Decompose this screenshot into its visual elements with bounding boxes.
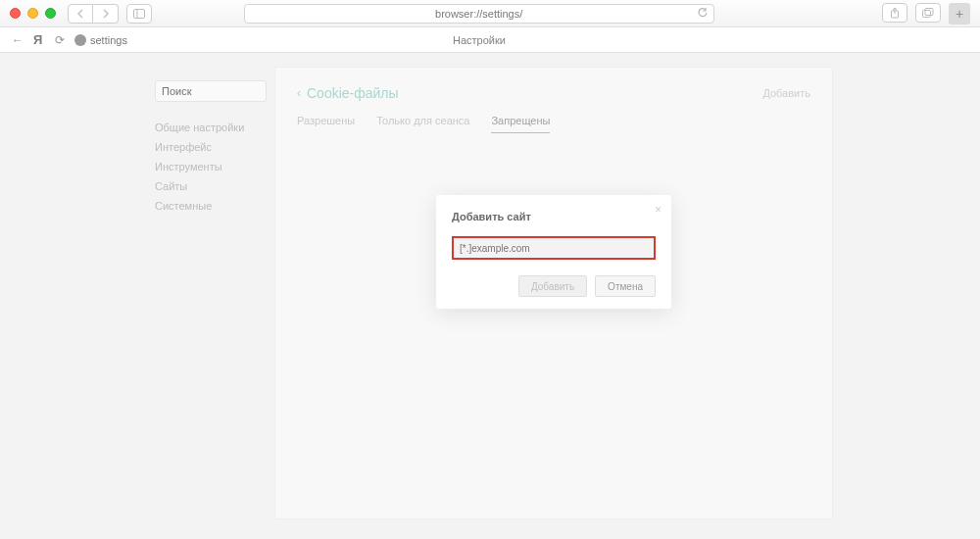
chrome-right-controls: + — [882, 3, 970, 24]
svg-rect-4 — [925, 8, 933, 15]
plus-icon: + — [956, 6, 963, 22]
maximize-window-icon[interactable] — [45, 8, 56, 19]
settings-body: Общие настройки Интерфейс Инструменты Са… — [0, 53, 980, 539]
url-text: browser://settings/ — [435, 8, 522, 20]
modal-overlay: × Добавить сайт Добавить Отмена — [275, 68, 832, 518]
traffic-lights — [10, 8, 56, 19]
svg-rect-3 — [922, 10, 930, 17]
history-nav-group — [68, 4, 119, 24]
settings-sidebar: Общие настройки Интерфейс Инструменты Са… — [147, 53, 274, 539]
history-forward-button[interactable] — [93, 4, 119, 24]
sidebar-search-input[interactable] — [155, 80, 267, 102]
modal-close-button[interactable]: × — [655, 203, 662, 217]
browser-toolbar-left: ← ⟳ settings — [12, 32, 127, 48]
gear-icon — [74, 34, 86, 46]
browser-toolbar: ← ⟳ settings Настройки — [0, 27, 980, 53]
modal-cancel-button[interactable]: Отмена — [595, 275, 656, 297]
settings-chip-label: settings — [90, 34, 127, 46]
page-title: Настройки — [127, 34, 831, 46]
new-tab-button[interactable]: + — [949, 3, 970, 24]
window-chrome: browser://settings/ + — [0, 0, 980, 27]
yandex-logo-icon[interactable] — [33, 32, 45, 48]
site-url-input[interactable] — [452, 236, 656, 260]
sidebar-item-system[interactable]: Системные — [155, 196, 267, 216]
reload-page-icon[interactable]: ⟳ — [55, 33, 65, 47]
tabs-button[interactable] — [915, 3, 941, 23]
close-window-icon[interactable] — [10, 8, 21, 19]
add-site-modal: × Добавить сайт Добавить Отмена — [436, 195, 671, 309]
sidebar-item-general[interactable]: Общие настройки — [155, 118, 267, 137]
modal-title: Добавить сайт — [452, 211, 656, 222]
settings-chip[interactable]: settings — [74, 34, 127, 46]
modal-actions: Добавить Отмена — [452, 275, 656, 297]
back-icon[interactable]: ← — [12, 33, 24, 47]
history-back-button[interactable] — [68, 4, 93, 24]
reload-icon[interactable] — [698, 8, 708, 20]
modal-add-button[interactable]: Добавить — [518, 275, 587, 297]
settings-main-pane: ‹ Cookie-файлы Добавить Разрешены Только… — [274, 67, 833, 519]
url-bar[interactable]: browser://settings/ — [244, 4, 714, 24]
sidebar-item-tools[interactable]: Инструменты — [155, 157, 267, 176]
sidebar-toggle-button[interactable] — [126, 4, 152, 24]
sidebar-item-interface[interactable]: Интерфейс — [155, 137, 267, 157]
sidebar-item-sites[interactable]: Сайты — [155, 176, 267, 196]
share-button[interactable] — [882, 3, 907, 23]
minimize-window-icon[interactable] — [27, 8, 38, 19]
svg-rect-0 — [134, 9, 145, 18]
